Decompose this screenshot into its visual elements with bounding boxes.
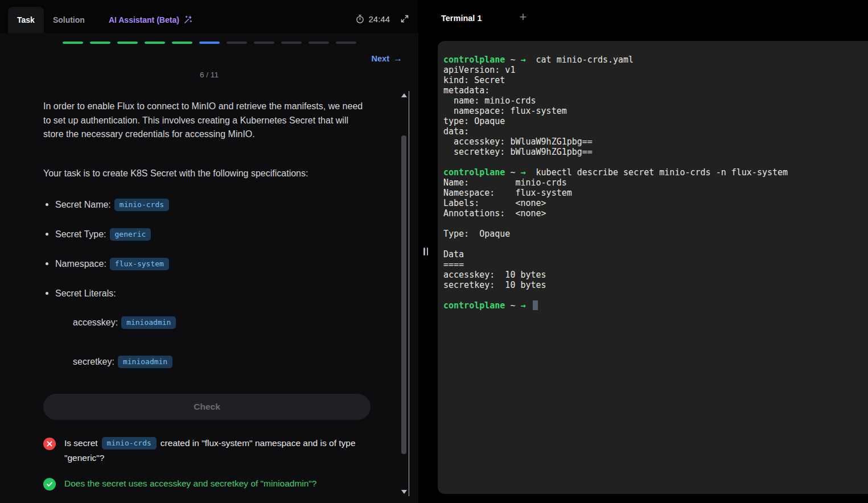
terminal-line: kind: Secret [443, 75, 866, 85]
magic-wand-icon [183, 15, 192, 24]
scrollbar-thumb[interactable] [401, 135, 406, 454]
code-badge: minio-crds [114, 199, 169, 211]
expand-icon [400, 14, 409, 23]
progress-segment-todo [336, 42, 356, 44]
literal-secretkey: secretkey:minioadmin [73, 354, 371, 369]
tabbar-spacer [201, 7, 356, 33]
panel-resizer[interactable] [418, 0, 433, 503]
app: Task Solution AI Assistant (Beta) [0, 0, 868, 503]
terminal-line: Name: minio-crds [443, 178, 866, 188]
resizer-grip-icon [427, 248, 429, 255]
terminal-line [443, 239, 866, 249]
list-item-label: Secret Name: [55, 200, 111, 209]
task-instruction: Your task is to create K8S Secret with t… [43, 167, 371, 181]
next-button-label: Next [372, 54, 389, 63]
terminal-output: controlplane ~ → cat minio-crds.yamlapiV… [443, 55, 866, 311]
check-result-text: Is secretminio-crdscreated in "flux-syst… [64, 436, 363, 465]
tab-task-label: Task [17, 15, 35, 24]
list-item-label: Namespace: [55, 259, 106, 269]
task-intro: In order to enable Flux to connect to Mi… [43, 100, 371, 142]
page-indicator: 6 / 11 [0, 71, 418, 79]
progress-bar [0, 42, 418, 44]
list-item-secret-literals: Secret Literals: [43, 286, 371, 300]
list-item-label: Secret Literals: [55, 288, 116, 298]
terminal-line: controlplane ~ → kubectl describe secret… [443, 167, 866, 178]
scrollbar-up-arrow-icon[interactable] [401, 93, 407, 97]
progress-segment-todo [281, 42, 302, 44]
tab-solution-label: Solution [53, 15, 85, 24]
list-item-secret-type: Secret Type:generic [43, 227, 371, 242]
check-result-text: Does the secret uses accesskey and secre… [64, 476, 317, 490]
progress-segment-done [90, 42, 110, 44]
terminal-line: name: minio-crds [443, 96, 866, 106]
code-badge: generic [110, 228, 151, 241]
terminal-line [443, 290, 866, 300]
task-panel-body: Next → 6 / 11 In order to enable Flux to… [0, 33, 418, 503]
task-panel-tabbar: Task Solution AI Assistant (Beta) [0, 0, 418, 33]
terminal-tabbar: Terminal 1 + [433, 0, 868, 36]
result-text-before: Is secret [64, 438, 98, 448]
terminal-line: data: [443, 126, 866, 137]
code-badge: minioadmin [121, 316, 176, 329]
next-row: Next → [0, 54, 418, 63]
progress-segment-done [172, 42, 192, 44]
tab-ai-assistant[interactable]: AI Assistant (Beta) [100, 7, 201, 33]
fail-x-icon [43, 438, 56, 450]
terminal-panel: Terminal 1 + controlplane ~ → cat minio-… [433, 0, 868, 503]
terminal-line: namespace: flux-system [443, 106, 866, 116]
terminal-line: metadata: [443, 85, 866, 96]
next-button[interactable]: Next → [372, 54, 402, 63]
task-content: In order to enable Flux to connect to Mi… [0, 79, 418, 503]
tab-task[interactable]: Task [8, 7, 44, 33]
panel-edge-line [409, 91, 410, 496]
check-button[interactable]: Check [43, 394, 371, 420]
terminal-cursor [533, 300, 538, 310]
terminal-line: controlplane ~ → cat minio-crds.yaml [443, 55, 866, 65]
progress-segment-done [117, 42, 138, 44]
terminal-line: Labels: <none> [443, 198, 866, 208]
list-item-namespace: Namespace:flux-system [43, 257, 371, 271]
stopwatch-icon [355, 14, 365, 24]
terminal-line: Namespace: flux-system [443, 188, 866, 198]
terminal-line: Type: Opaque [443, 229, 866, 239]
check-result-fail: Is secretminio-crdscreated in "flux-syst… [43, 436, 371, 465]
scrollbar[interactable] [400, 92, 408, 495]
terminal-line: secretkey: bWluaW9hZG1pbg== [443, 147, 866, 157]
code-badge: minio-crds [102, 437, 157, 450]
progress-segment-done [63, 42, 83, 44]
progress-segment-todo [254, 42, 274, 44]
literal-label: secretkey: [73, 357, 114, 366]
terminal-line: accesskey: 10 bytes [443, 270, 866, 280]
check-result-pass: Does the secret uses accesskey and secre… [43, 476, 371, 490]
terminal-line: controlplane ~ → [443, 300, 866, 311]
terminal-window[interactable]: controlplane ~ → cat minio-crds.yamlapiV… [438, 41, 868, 494]
tab-ai-assistant-label: AI Assistant (Beta) [109, 15, 179, 24]
arrow-right-icon: → [393, 54, 402, 63]
resizer-grip-icon [423, 248, 425, 255]
literal-label: accesskey: [73, 318, 118, 327]
secret-literals: accesskey:minioadmin secretkey:minioadmi… [73, 315, 371, 369]
terminal-line: secretkey: 10 bytes [443, 280, 866, 290]
literal-accesskey: accesskey:minioadmin [73, 315, 371, 330]
timer: 24:44 [355, 7, 390, 33]
expand-button[interactable] [400, 7, 410, 33]
code-badge: minioadmin [118, 356, 172, 368]
scrollbar-down-arrow-icon[interactable] [401, 490, 407, 494]
add-terminal-button[interactable]: + [516, 11, 530, 26]
tab-terminal-1[interactable]: Terminal 1 [439, 9, 484, 27]
task-panel: Task Solution AI Assistant (Beta) [0, 0, 418, 503]
code-badge: flux-system [110, 258, 169, 270]
tab-solution[interactable]: Solution [44, 7, 94, 33]
progress-segment-todo [308, 42, 329, 44]
terminal-line: accesskey: bWluaW9hZG1pbg== [443, 137, 866, 147]
terminal-line: apiVersion: v1 [443, 65, 866, 75]
progress-segment-current [199, 42, 220, 44]
timer-value: 24:44 [368, 14, 390, 24]
terminal-line: ==== [443, 259, 866, 270]
terminal-line: Annotations: <none> [443, 208, 866, 218]
terminal-line [443, 157, 866, 167]
list-item-label: Secret Type: [55, 229, 106, 239]
terminal-line: Data [443, 249, 866, 259]
progress-segment-todo [227, 42, 247, 44]
spec-list: Secret Name:minio-crds Secret Type:gener… [43, 197, 371, 300]
